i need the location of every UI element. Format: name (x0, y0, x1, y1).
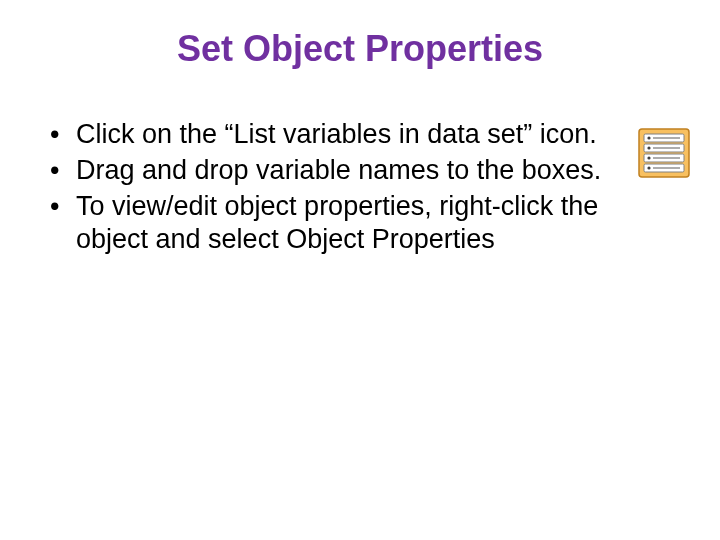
slide-title: Set Object Properties (0, 0, 720, 90)
bullet-item: To view/edit object properties, right-cl… (48, 190, 672, 258)
bullet-list: Click on the “List variables in data set… (48, 118, 672, 257)
bullet-item: Drag and drop variable names to the boxe… (48, 154, 672, 188)
slide-content: Click on the “List variables in data set… (0, 90, 720, 257)
svg-point-2 (647, 136, 650, 139)
variable-list-icon (638, 128, 690, 178)
svg-point-8 (647, 156, 650, 159)
svg-point-5 (647, 146, 650, 149)
bullet-item: Click on the “List variables in data set… (48, 118, 672, 152)
svg-point-11 (647, 166, 650, 169)
